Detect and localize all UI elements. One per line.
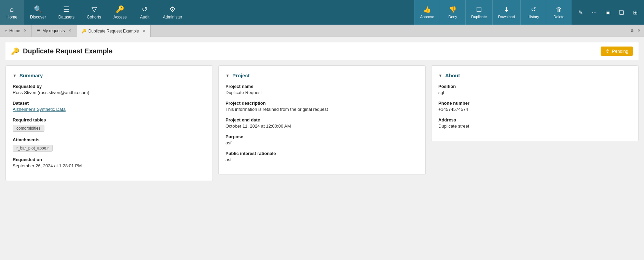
project-description-value: This information is retained from the or…	[225, 107, 419, 112]
administer-icon: ⚙	[169, 5, 176, 13]
duplicate-button[interactable]: ❑ Duplicate	[465, 0, 492, 25]
purpose-label: Purpose	[225, 134, 419, 139]
project-card: ▼ Project Project name Duplicate Request…	[218, 65, 426, 175]
tab-duplicate-request[interactable]: 🔑 Duplicate Request Example ✕	[77, 25, 151, 37]
approve-icon: 👍	[423, 6, 431, 13]
nav-cohorts-label: Cohorts	[87, 15, 101, 20]
purpose-value: asf	[225, 140, 419, 145]
page-content: 🔑 Duplicate Request Example ⏱ Pending ▼ …	[0, 37, 644, 260]
deny-button[interactable]: 👎 Deny	[440, 0, 465, 25]
requested-on-label: Requested on	[13, 157, 206, 162]
project-card-title: ▼ Project	[225, 73, 419, 78]
cohorts-icon: ▽	[92, 5, 97, 13]
history-button[interactable]: ↺ History	[520, 0, 546, 25]
right-toolbar: ✎ ⋯ ▣ ❑ ⊞	[572, 0, 644, 25]
nav-discover[interactable]: 🔍 Discover	[24, 0, 52, 25]
requested-by-name: Ross Stiven	[13, 90, 36, 95]
tabbar: ⌂ Home ✕ ☰ My requests ✕ 🔑 Duplicate Req…	[0, 25, 644, 37]
nav-audit[interactable]: ↺ Audit	[133, 0, 157, 25]
tab-duplicate-close[interactable]: ✕	[142, 29, 146, 33]
delete-icon: 🗑	[556, 6, 562, 13]
position-group: Position sgf	[438, 84, 631, 95]
summary-card: ▼ Summary Requested by Ross Stiven (ross…	[5, 65, 213, 181]
project-end-date-value: October 11, 2024 at 12:00:00 AM	[225, 124, 419, 129]
duplicate-label: Duplicate	[471, 15, 487, 19]
attachments-tag-container: r_bar_plot_apoe.r	[13, 143, 206, 152]
history-label: History	[527, 15, 539, 19]
project-end-date-label: Project end date	[225, 117, 419, 122]
requested-by-paren-close: )	[88, 90, 89, 95]
required-tables-tag-container: comorbidities	[13, 124, 206, 132]
tab-restore-button[interactable]: ⧉	[629, 28, 635, 34]
project-end-date-group: Project end date October 11, 2024 at 12:…	[225, 117, 419, 129]
download-icon: ⬇	[504, 6, 509, 13]
delete-button[interactable]: 🗑 Delete	[546, 0, 572, 25]
phone-value: +14574574574	[438, 107, 631, 112]
about-chevron-icon: ▼	[438, 73, 442, 78]
project-chevron-icon: ▼	[225, 73, 230, 78]
tabbar-controls: ⧉ ✕	[627, 25, 644, 37]
more-button[interactable]: ⋯	[589, 7, 600, 18]
about-card-title: ▼ About	[438, 73, 631, 78]
edit-button[interactable]: ✎	[575, 7, 586, 18]
address-group: Address Duplicate street	[438, 117, 631, 129]
project-description-group: Project description This information is …	[225, 101, 419, 112]
address-value: Duplicate street	[438, 124, 631, 129]
tab-my-requests[interactable]: ☰ My requests ✕	[32, 25, 76, 37]
tab-home[interactable]: ⌂ Home ✕	[0, 25, 32, 37]
required-tables-label: Required tables	[13, 117, 206, 122]
nav-home-label: Home	[6, 15, 17, 20]
nav-datasets[interactable]: ☰ Datasets	[52, 0, 81, 25]
tab-home-close[interactable]: ✕	[24, 28, 27, 33]
nav-home[interactable]: ⌂ Home	[0, 0, 24, 25]
nav-administer-label: Administer	[163, 15, 182, 20]
tab-home-icon: ⌂	[5, 28, 7, 33]
duplicate-icon: ❑	[476, 6, 482, 13]
requested-by-email[interactable]: ross.stiven@aridhia.com	[39, 90, 88, 95]
purpose-group: Purpose asf	[225, 134, 419, 145]
grid-button[interactable]: ⊞	[630, 7, 641, 18]
status-badge: ⏱ Pending	[601, 47, 633, 56]
tab-duplicate-label: Duplicate Request Example	[88, 29, 139, 34]
public-interest-label: Public interest rationale	[225, 151, 419, 156]
about-title-label: About	[445, 73, 460, 78]
required-tables-group: Required tables comorbidities	[13, 117, 206, 132]
deny-label: Deny	[448, 15, 457, 19]
public-interest-value: asf	[225, 157, 419, 162]
nav-access[interactable]: 🔑 Access	[107, 0, 133, 25]
requested-by-group: Requested by Ross Stiven (ross.stiven@ar…	[13, 84, 206, 95]
about-card: ▼ About Position sgf Phone number +14574…	[431, 65, 639, 141]
attachments-tag: r_bar_plot_apoe.r	[13, 145, 53, 152]
window2-button[interactable]: ❑	[616, 7, 627, 18]
summary-chevron-icon: ▼	[13, 73, 17, 78]
required-tables-tag: comorbidities	[13, 125, 44, 132]
dataset-value[interactable]: Alzheimer's Synthetic Data	[13, 107, 206, 112]
tab-home-label: Home	[9, 28, 20, 33]
nav-access-label: Access	[113, 15, 127, 20]
phone-group: Phone number +14574574574	[438, 101, 631, 112]
position-label: Position	[438, 84, 631, 89]
tab-my-requests-icon: ☰	[37, 28, 40, 33]
nav-cohorts[interactable]: ▽ Cohorts	[81, 0, 107, 25]
tab-close-all-button[interactable]: ✕	[636, 28, 642, 34]
window1-button[interactable]: ▣	[602, 7, 613, 18]
audit-icon: ↺	[142, 5, 148, 13]
approve-label: Approve	[420, 15, 434, 19]
history-icon: ↺	[531, 6, 536, 13]
attachments-group: Attachments r_bar_plot_apoe.r	[13, 137, 206, 152]
tab-duplicate-icon: 🔑	[81, 29, 86, 34]
nav-administer[interactable]: ⚙ Administer	[157, 0, 189, 25]
navbar: ⌂ Home 🔍 Discover ☰ Datasets ▽ Cohorts 🔑…	[0, 0, 644, 25]
download-button[interactable]: ⬇ Download	[492, 0, 520, 25]
download-label: Download	[498, 15, 515, 19]
position-value: sgf	[438, 90, 631, 95]
page-title-icon: 🔑	[11, 47, 19, 55]
status-label: Pending	[612, 49, 628, 54]
tab-my-requests-close[interactable]: ✕	[68, 28, 71, 33]
dataset-group: Dataset Alzheimer's Synthetic Data	[13, 101, 206, 112]
approve-button[interactable]: 👍 Approve	[414, 0, 440, 25]
requested-by-label: Requested by	[13, 84, 206, 89]
delete-label: Delete	[553, 15, 564, 19]
access-icon: 🔑	[116, 5, 124, 13]
requested-on-value: September 26, 2024 at 1:28:01 PM	[13, 163, 206, 168]
